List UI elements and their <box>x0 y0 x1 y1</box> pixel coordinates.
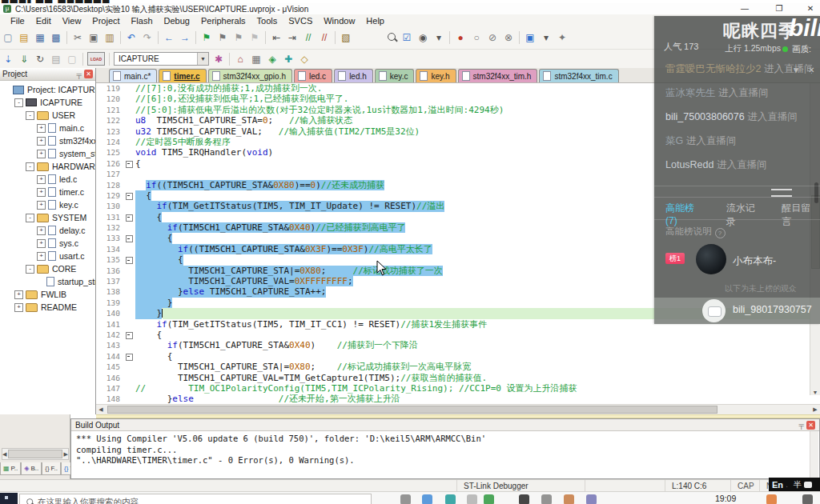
fold-margin[interactable] <box>124 298 135 308</box>
fold-margin[interactable] <box>124 233 135 243</box>
find-in-files-icon[interactable]: ☑ <box>400 30 414 45</box>
rank-help[interactable]: 高能榜说明? <box>665 226 726 238</box>
tree-item-key-c[interactable]: +key.c <box>0 198 95 211</box>
properties-icon[interactable]: ▧ <box>339 30 353 45</box>
indent-icon[interactable]: ⇥ <box>285 30 299 45</box>
paste-icon[interactable]: ▥ <box>102 30 117 45</box>
tray-app-icon-9[interactable] <box>766 494 777 504</box>
fold-margin[interactable] <box>124 222 135 233</box>
tree-item-icapture[interactable]: -ICAPTURE <box>0 96 95 109</box>
debug-session-icon[interactable]: ● <box>453 30 468 45</box>
tree-item-project-icapture[interactable]: Project: ICAPTURE <box>0 83 95 96</box>
start-button[interactable] <box>0 493 18 504</box>
expander-icon[interactable]: + <box>37 201 46 210</box>
chevron-down-icon[interactable]: ▼ <box>197 53 208 65</box>
menu-window[interactable]: Window <box>318 16 360 26</box>
tree-item-fwlib[interactable]: +FWLIB <box>0 288 95 301</box>
expander-icon[interactable]: - <box>26 162 34 171</box>
fold-margin[interactable] <box>124 394 135 404</box>
expander-icon[interactable]: + <box>37 124 46 133</box>
fold-margin[interactable] <box>124 308 135 318</box>
fold-margin[interactable] <box>124 137 135 147</box>
fold-collapse-icon[interactable] <box>126 332 133 339</box>
fold-margin[interactable] <box>124 169 135 179</box>
code-line-145[interactable]: 145 TIM5CH1_CAPTURE_STA|=0X80; //标记成功捕获到… <box>96 362 820 372</box>
next-bookmark-icon[interactable]: ⚑ <box>231 30 246 45</box>
redo-icon[interactable]: ↷ <box>140 30 155 45</box>
fold-margin[interactable] <box>124 180 135 190</box>
tree-item-readme[interactable]: +README <box>0 301 95 314</box>
bookmark-icon[interactable]: ⚑ <box>199 30 214 45</box>
download-load-icon[interactable]: LOAD <box>87 52 105 66</box>
copy-icon[interactable]: ▣ <box>86 30 101 45</box>
fold-margin[interactable] <box>124 190 135 201</box>
expander-icon[interactable]: - <box>26 214 34 222</box>
expander-icon[interactable]: + <box>37 239 46 248</box>
fold-margin[interactable] <box>124 330 135 340</box>
fold-margin[interactable] <box>124 351 135 362</box>
tray-app-icon-6[interactable] <box>541 494 552 504</box>
tab-stm32f4xx-gpio-h[interactable]: stm32f4xx_gpio.h <box>208 69 292 82</box>
scroll-left-icon[interactable]: ◀ <box>96 406 106 413</box>
tab-led-c[interactable]: led.c <box>294 69 332 82</box>
new-file-icon[interactable]: ▢ <box>1 30 15 45</box>
tree-item-timer-c[interactable]: +timer.c <box>0 186 95 198</box>
tree-item-sys-c[interactable]: +sys.c <box>0 237 95 250</box>
breakpoint-icon[interactable]: ○ <box>469 30 484 45</box>
save-icon[interactable]: ▦ <box>33 30 47 45</box>
fold-margin[interactable] <box>124 362 135 372</box>
fold-margin[interactable] <box>124 105 135 115</box>
unindent-icon[interactable]: ⇤ <box>269 30 283 45</box>
tree-item-led-c[interactable]: +led.c <box>0 173 95 186</box>
fold-margin[interactable] <box>124 254 135 265</box>
manage-rte-icon[interactable]: ⌂ <box>233 52 247 66</box>
close-panel-icon[interactable]: ✕ <box>84 70 93 78</box>
navigate-forward-icon[interactable]: → <box>178 30 192 45</box>
rank-tab-醒目留言[interactable]: 醒目留言 <box>782 202 820 229</box>
code-line-144[interactable]: 144 { <box>96 351 820 362</box>
menu-svcs[interactable]: SVCS <box>283 16 318 26</box>
fold-margin[interactable] <box>124 158 135 169</box>
fold-margin[interactable] <box>124 212 135 222</box>
menu-help[interactable]: Help <box>360 16 390 26</box>
magnifier-icon[interactable] <box>387 32 398 43</box>
expander-icon[interactable]: - <box>26 265 34 274</box>
fold-margin[interactable] <box>124 201 135 211</box>
menu-tools[interactable]: Tools <box>251 16 283 26</box>
fold-margin[interactable] <box>124 83 135 94</box>
tree-item-delay-c[interactable]: +delay.c <box>0 224 95 237</box>
fold-margin[interactable] <box>124 319 135 330</box>
code-line-142[interactable]: 142 { <box>96 330 820 340</box>
open-file-icon[interactable]: ▤ <box>17 30 31 45</box>
expander-icon[interactable]: + <box>37 188 46 197</box>
resize-handle[interactable] <box>771 189 792 197</box>
tab-led-h[interactable]: led.h <box>334 69 373 82</box>
menu-project[interactable]: Project <box>86 16 125 26</box>
editor-hscrollbar[interactable]: ◀ ▶ <box>96 404 820 414</box>
tray-app-icon-5[interactable] <box>519 494 529 504</box>
scroll-right-icon[interactable]: ▶ <box>810 406 820 413</box>
translate-icon[interactable]: ⇣ <box>1 52 15 66</box>
tree-item-startup-stn[interactable]: startup_stn <box>0 275 95 288</box>
tree-item-usart-c[interactable]: +usart.c <box>0 250 95 262</box>
tray-app-icon-4[interactable] <box>484 494 494 504</box>
expander-icon[interactable]: - <box>14 98 23 107</box>
tree-item-hardware[interactable]: -HARDWARE <box>0 160 95 173</box>
tab-main-c-[interactable]: main.c* <box>109 69 157 82</box>
scroll-down-icon[interactable]: ▼ <box>810 390 820 395</box>
fold-collapse-icon[interactable] <box>126 214 133 222</box>
prev-bookmark-icon[interactable]: ⚑ <box>215 30 230 45</box>
minimize-button[interactable]: — <box>733 3 757 14</box>
tree-item-system[interactable]: -SYSTEM <box>0 211 95 224</box>
fold-margin[interactable] <box>124 244 135 254</box>
fold-margin[interactable] <box>124 383 135 394</box>
fold-margin[interactable] <box>124 276 135 286</box>
pin-icon[interactable]: ╤ <box>799 421 804 429</box>
fold-collapse-icon[interactable] <box>126 193 133 200</box>
tray-app-icon-1[interactable] <box>400 494 411 504</box>
window-select-icon[interactable]: ▣ <box>523 30 537 45</box>
rank-tab-流水记录[interactable]: 流水记录 <box>726 202 765 229</box>
comment-icon[interactable]: // <box>301 30 316 45</box>
rebuild-icon[interactable]: ↻ <box>33 52 47 66</box>
build-output-vscrollbar[interactable] <box>810 431 818 478</box>
